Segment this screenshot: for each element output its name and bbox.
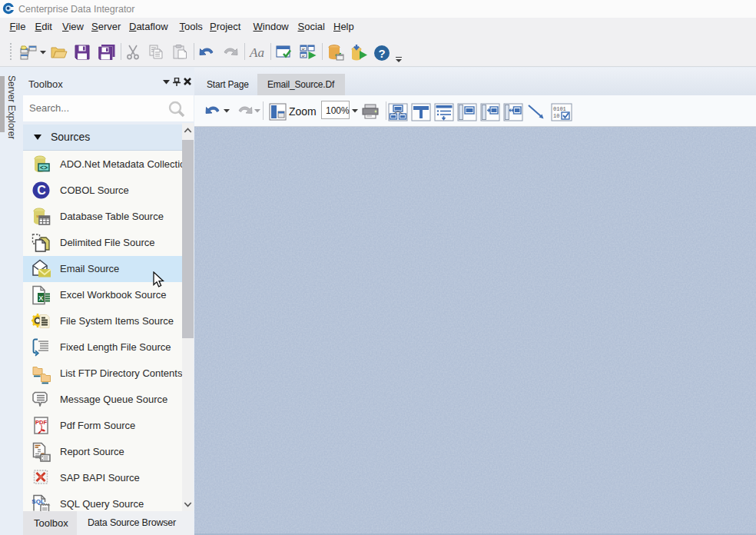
svg-text:10: 10 xyxy=(553,113,559,119)
svg-text:X: X xyxy=(38,294,43,302)
svg-text:SQL: SQL xyxy=(32,498,45,505)
svg-text:<>: <> xyxy=(40,164,48,172)
svg-text:Aa: Aa xyxy=(249,45,264,60)
svg-text:0101: 0101 xyxy=(553,106,566,112)
svg-text:PDF: PDF xyxy=(35,419,47,426)
svg-text:?: ? xyxy=(378,47,385,60)
svg-text:C: C xyxy=(37,184,46,197)
